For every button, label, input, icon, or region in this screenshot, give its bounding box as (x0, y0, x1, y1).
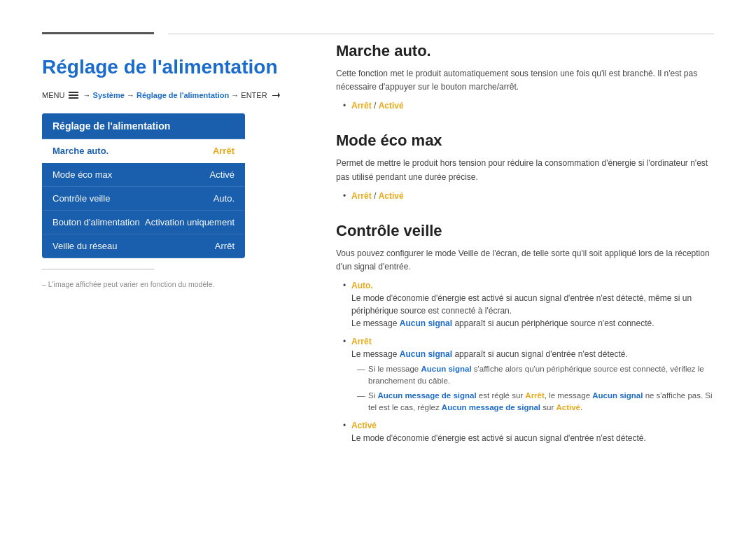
section-marche-auto: Marche auto. Cette fonction met le produ… (336, 42, 714, 112)
active-desc: Le mode d'économie d'énergie est activé … (351, 433, 646, 443)
menu-item-label-controle-veille: Contrôle veille (52, 193, 110, 204)
menu-step-reglage: Réglage de l'alimentation (136, 91, 229, 99)
active-ref: Activé (556, 403, 580, 412)
menu-prefix: MENU (42, 91, 64, 99)
menu-item-label-bouton: Bouton d'alimentation (52, 217, 140, 227)
section-desc-controle-veille: Vous pouvez configurer le mode Veille de… (336, 247, 714, 274)
top-bar-right-line (168, 34, 714, 34)
menu-item-marche-auto[interactable]: Marche auto. Arrêt (42, 139, 245, 163)
right-panel: Marche auto. Cette fonction met le produ… (336, 42, 714, 464)
menu-item-bouton[interactable]: Bouton d'alimentation Activation uniquem… (42, 211, 245, 234)
arret-text-1: Arrêt (351, 101, 372, 111)
menu-item-value-bouton: Activation uniquement (145, 217, 234, 227)
arret-ref: Arrêt (525, 391, 544, 400)
auto-label: Auto. (351, 281, 373, 290)
active-text-2: Activé (379, 191, 404, 201)
menu-box: Réglage de l'alimentation Marche auto. A… (42, 113, 245, 258)
aucun-signal-3: Aucun signal (421, 365, 471, 373)
menu-arrow2: → (127, 91, 136, 99)
menu-item-label-veille-reseau: Veille du réseau (52, 241, 118, 251)
menu-item-value-mode-eco: Activé (210, 169, 234, 180)
arret-text-2: Arrêt (351, 191, 372, 201)
aucun-message-signal-1: Aucun message de signal (377, 391, 476, 400)
auto-desc: Le mode d'économie d'énergie est activé … (351, 293, 692, 316)
menu-item-label-marche-auto: Marche auto. (52, 146, 108, 156)
svg-rect-0 (69, 92, 78, 93)
aucun-signal-2: Aucun signal (400, 349, 452, 359)
arret-sub-item-1: Si le message Aucun signal s'affiche alo… (357, 363, 714, 388)
section-title-mode-eco: Mode éco max (336, 132, 714, 150)
aucun-signal-1: Aucun signal (400, 318, 452, 328)
enter-icon (271, 91, 281, 101)
section-title-marche-auto: Marche auto. (336, 42, 714, 60)
menu-item-label-mode-eco: Mode éco max (52, 169, 112, 180)
arret-sub-item-2: Si Aucun message de signal est réglé sur… (357, 390, 714, 414)
separator-1: / (374, 101, 379, 111)
menu-icon (69, 92, 78, 100)
left-panel: Réglage de l'alimentation MENU → Système… (42, 42, 308, 288)
menu-item-mode-eco[interactable]: Mode éco max Activé (42, 163, 245, 187)
section-bullets-mode-eco: Arrêt / Activé (336, 190, 714, 202)
bullet-active: Activé Le mode d'économie d'énergie est … (343, 419, 714, 444)
aucun-signal-4: Aucun signal (592, 391, 643, 400)
menu-arrow3: → (231, 91, 241, 99)
active-label: Activé (351, 421, 377, 430)
menu-item-value-marche-auto: Arrêt (213, 146, 234, 156)
bullet-arret: Arrêt Le message Aucun signal apparaît s… (343, 335, 714, 414)
bullet-arret-active-2: Arrêt / Activé (343, 190, 714, 202)
section-bullets-controle-veille: Auto. Le mode d'économie d'énergie est a… (336, 279, 714, 444)
footnote-divider (42, 269, 154, 269)
bullet-auto: Auto. Le mode d'économie d'énergie est a… (343, 279, 714, 330)
menu-item-controle-veille[interactable]: Contrôle veille Auto. (42, 187, 245, 211)
menu-arrow1: → (83, 91, 93, 99)
svg-rect-1 (69, 94, 78, 96)
menu-step-systeme: Système (93, 91, 125, 99)
menu-item-value-controle-veille: Auto. (214, 193, 234, 204)
arret-desc: Le message Aucun signal apparaît si aucu… (351, 349, 628, 359)
section-controle-veille: Contrôle veille Vous pouvez configurer l… (336, 222, 714, 444)
section-desc-mode-eco: Permet de mettre le produit hors tension… (336, 157, 714, 183)
section-mode-eco: Mode éco max Permet de mettre le produit… (336, 132, 714, 202)
section-title-controle-veille: Contrôle veille (336, 222, 714, 240)
menu-step-enter: ENTER (241, 91, 267, 99)
page-title: Réglage de l'alimentation (42, 56, 308, 78)
separator-2: / (374, 191, 379, 201)
svg-rect-2 (69, 97, 78, 99)
aucun-message-signal-2: Aucun message de signal (442, 403, 540, 412)
section-bullets-marche-auto: Arrêt / Activé (336, 99, 714, 112)
menu-item-value-veille-reseau: Arrêt (215, 241, 234, 251)
arret-sub-list: Si le message Aucun signal s'affiche alo… (351, 363, 714, 414)
menu-item-veille-reseau[interactable]: Veille du réseau Arrêt (42, 234, 245, 258)
menu-path: MENU → Système → Réglage de l'alimentati… (42, 91, 308, 101)
menu-box-title: Réglage de l'alimentation (42, 113, 245, 139)
arret-label: Arrêt (351, 337, 372, 346)
top-bar-left-line (42, 32, 154, 34)
active-text-1: Activé (379, 101, 404, 111)
bullet-arret-active-1: Arrêt / Activé (343, 99, 714, 112)
section-desc-marche-auto: Cette fonction met le produit automatiqu… (336, 67, 714, 94)
auto-secondary: Le message Aucun signal apparaît si aucu… (351, 318, 654, 328)
footnote: – L'image affichée peut varier en foncti… (42, 280, 308, 288)
